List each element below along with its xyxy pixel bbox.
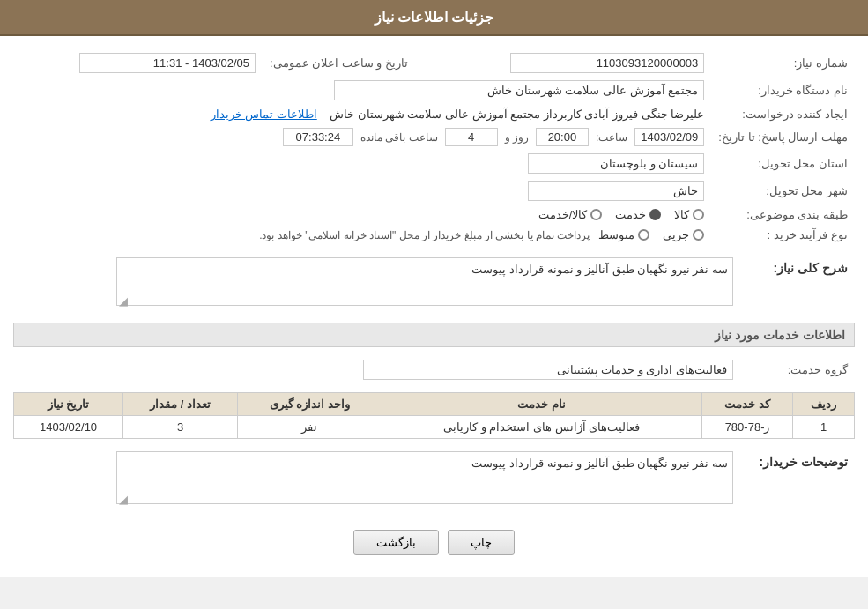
col-kod: کد خدمت [701,393,793,416]
col-tarikh: تاریخ نیاز [14,393,123,416]
page-container: جزئیات اطلاعات نیاز شماره نیاز: 11030931… [0,0,868,577]
info-table: شماره نیاز: 1103093120000003 تاریخ و ساع… [13,49,855,245]
resize-icon-2: ◢ [119,493,128,501]
print-button[interactable]: چاپ [448,530,515,555]
nam-dastgah-value: مجتمع آموزش عالی سلامت شهرستان خاش [13,77,711,104]
page-header: جزئیات اطلاعات نیاز [0,0,868,36]
tarikh-value: 1403/02/05 - 11:31 [13,49,263,77]
tosifat-label: توضیحات خریدار: [740,448,855,512]
buttons-row: چاپ بازگشت [13,530,855,555]
radio-kala-circle [693,209,704,220]
roz-label: روز و [505,131,529,144]
farayand-radio-group: جزیی متوسط [598,228,704,241]
grohe-khedmat-field: فعالیت‌های اداری و خدمات پشتیبانی [363,360,733,380]
radio-motevaset[interactable]: متوسط [598,228,649,241]
shomare-niaz-label: شماره نیاز: [711,49,855,77]
radio-khedmat-label: خدمت [615,208,646,221]
sharh-koli-value: سه نفر نیرو نگهبان طبق آنالیز و نمونه قر… [13,254,740,314]
shomare-niaz-value: 1103093120000003 [439,49,711,77]
radio-motevaset-label: متوسط [598,228,634,241]
sharh-koli-section: شرح کلی نیاز: سه نفر نیرو نگهبان طبق آنا… [13,254,855,314]
cell-tarikh: 1403/02/10 [14,416,123,439]
page-title: جزئیات اطلاعات نیاز [375,10,494,25]
ijad-konande-text: علیرضا جنگی فیروز آبادی کاربرداز مجتمع آ… [330,108,704,121]
tarikh-label: تاریخ و ساعت اعلان عمومی: [263,49,412,77]
remaining-field: 07:33:24 [283,128,353,146]
saat-label: ساعت: [596,131,627,144]
watermark-area: شماره نیاز: 1103093120000003 تاریخ و ساع… [13,49,855,512]
remaining-label: ساعت باقی مانده [360,131,438,144]
date-field: 1403/02/09 [634,128,704,146]
cell-radif: 1 [793,416,855,439]
tabaqe-options: کالا خدمت کالا/خدمت [13,204,711,225]
shahr-value: خاش [13,177,711,204]
col-tedad: تعداد / مقدار [123,393,238,416]
tosifat-text: سه نفر نیرو نگهبان طبق آنالیز و نمونه قر… [471,457,728,470]
radio-jozii-circle [693,229,704,241]
ostan-field: سیستان و بلوچستان [528,153,704,174]
col-nam: نام خدمت [382,393,701,416]
shomare-niaz-field: 1103093120000003 [510,53,704,73]
sharh-koli-label: شرح کلی نیاز: [740,254,855,314]
tosifat-box: سه نفر نیرو نگهبان طبق آنالیز و نمونه قر… [116,451,733,504]
grohe-khedmat-label: گروه خدمت: [740,356,855,383]
ostan-label: استان محل تحویل: [711,150,855,177]
grohe-khedmat-table: گروه خدمت: فعالیت‌های اداری و خدمات پشتی… [13,356,855,383]
tosifat-section: توضیحات خریدار: سه نفر نیرو نگهبان طبق آ… [13,448,855,512]
sharh-koli-text: سه نفر نیرو نگهبان طبق آنالیز و نمونه قر… [471,263,728,276]
radio-motevaset-circle [638,229,649,241]
tarikh-field: 1403/02/05 - 11:31 [79,53,256,73]
radio-jozii[interactable]: جزیی [663,228,704,241]
table-row: 1 ز-78-780 فعالیت‌های آژانس های استخدام … [14,416,855,439]
tabaqe-label: طبقه بندی موضوعی: [711,204,855,225]
ijad-konande-label: ایجاد کننده درخواست: [711,104,855,124]
noe-farayand-options: جزیی متوسط پرداخت تمام یا بخشی از مبلغ خ… [13,225,711,245]
mohlat-label: مهلت ارسال پاسخ: تا تاریخ: [711,124,855,150]
noe-farayand-label: نوع فرآیند خرید : [711,225,855,245]
radio-khedmat[interactable]: خدمت [615,208,661,221]
tabaqe-radio-group: کالا خدمت کالا/خدمت [20,208,704,221]
ijad-konande-value: علیرضا جنگی فیروز آبادی کاربرداز مجتمع آ… [13,104,711,124]
radio-kala-khedmat[interactable]: کالا/خدمت [538,208,603,221]
sharh-koli-box: سه نفر نیرو نگهبان طبق آنالیز و نمونه قر… [116,257,733,306]
radio-khedmat-circle [649,209,661,220]
back-button[interactable]: بازگشت [353,530,439,555]
services-table: ردیف کد خدمت نام خدمت واحد اندازه گیری ت… [13,392,855,439]
nam-dastgah-label: نام دستگاه خریدار: [711,77,855,104]
shahr-label: شهر محل تحویل: [711,177,855,204]
radio-kala-khedmat-circle [590,209,602,220]
tosifat-value: سه نفر نیرو نگهبان طبق آنالیز و نمونه قر… [13,448,740,512]
roz-field: 4 [445,128,498,146]
mohlat-row: 1403/02/09 ساعت: 20:00 روز و 4 ساعت باقی… [13,124,711,150]
resize-icon: ◢ [119,294,128,303]
cell-kod: ز-78-780 [701,416,793,439]
services-section-header: اطلاعات خدمات مورد نیاز [13,323,855,347]
cell-tedad: 3 [123,416,238,439]
cell-vahed: نفر [237,416,382,439]
farayand-note: پرداخت تمام یا بخشی از مبلغ خریدار از مح… [259,229,590,241]
col-vahed: واحد اندازه گیری [237,393,382,416]
grohe-khedmat-value: فعالیت‌های اداری و خدمات پشتیبانی [13,356,740,383]
col-radif: ردیف [793,393,855,416]
radio-kala[interactable]: کالا [674,208,704,221]
contact-link[interactable]: اطلاعات تماس خریدار [211,108,317,121]
nam-dastgah-field: مجتمع آموزش عالی سلامت شهرستان خاش [334,80,704,100]
radio-jozii-label: جزیی [663,228,689,241]
radio-kala-label: کالا [674,208,689,221]
cell-nam: فعالیت‌های آژانس های استخدام و کاریابی [382,416,701,439]
content-area: شماره نیاز: 1103093120000003 تاریخ و ساع… [0,36,868,577]
shahr-field: خاش [528,181,704,201]
ostan-value: سیستان و بلوچستان [13,150,711,177]
radio-kala-khedmat-label: کالا/خدمت [538,208,588,221]
saat-field: 20:00 [536,128,589,146]
